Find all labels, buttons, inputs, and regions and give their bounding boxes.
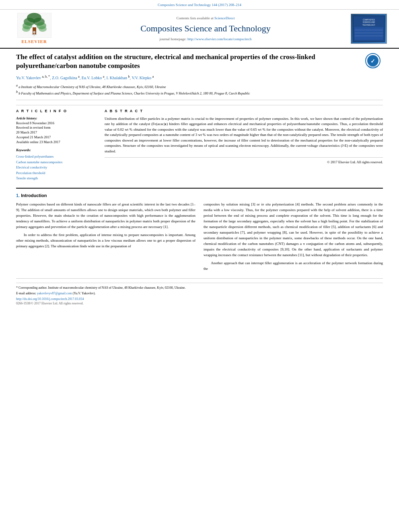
abstract-header: A B S T R A C T <box>105 109 383 114</box>
main-content: The effect of catalyst addition on the s… <box>0 49 399 314</box>
journal-header: ELSEVIER Contents lists available at Sci… <box>0 10 399 49</box>
doi-line: http://dx.doi.org/10.1016/j.compscitech.… <box>16 297 383 301</box>
journal-title: Composites Science and Technology <box>60 23 351 35</box>
intro-para-2: In order to address the first problem, a… <box>16 232 195 249</box>
received-date: Received 8 November 2016 <box>16 121 97 126</box>
content-available-text: Contents lists available at ScienceDirec… <box>60 16 351 21</box>
online-date: Available online 23 March 2017 <box>16 140 97 145</box>
journal-homepage-line: journal homepage: http://www.elsevier.co… <box>60 37 351 42</box>
affil-label-b: b <box>16 90 18 94</box>
revised-date: 20 March 2017 <box>16 130 97 135</box>
article-info-header: A R T I C L E I N F O <box>16 109 97 114</box>
accepted-date: Accepted 21 March 2017 <box>16 135 97 140</box>
svg-rect-17 <box>355 27 383 40</box>
affil-b-text: b Faculty of Mathematics and Physics, De… <box>19 91 250 95</box>
journal-title-section: Contents lists available at ScienceDirec… <box>60 16 351 41</box>
article-title-section: The effect of catalyst addition on the s… <box>16 53 383 100</box>
email-note: E-mail address: yakovlevyv87@gmail.com (… <box>16 291 383 296</box>
author-sup-a: a, b, * <box>42 75 50 78</box>
author-sup-b: b <box>128 75 130 78</box>
elsevier-logo: ELSEVIER <box>8 13 60 45</box>
elsevier-logo-section: ELSEVIER <box>8 13 60 45</box>
intro-para-3: composites by solution mixing [3] or in … <box>204 202 383 258</box>
cover-thumbnail: COMPOSITES SCIENCE AND TECHNOLOGY <box>351 14 387 44</box>
abstract-text: Uniform distribution of filler particles… <box>105 116 383 154</box>
abstract-column: A B S T R A C T Uniform distribution of … <box>105 109 383 184</box>
cover-svg: COMPOSITES SCIENCE AND TECHNOLOGY <box>353 14 385 43</box>
affil-label-a: a <box>16 84 18 87</box>
article-title: The effect of catalyst addition on the s… <box>16 53 359 70</box>
keyword-3[interactable]: Electrical conductivity <box>16 165 97 170</box>
email-link[interactable]: yakovlevyv87@gmail.com <box>37 292 72 295</box>
author-gagolkina[interactable]: Z.O. Gagolkina <box>52 76 77 80</box>
svg-text:SCIENCE AND: SCIENCE AND <box>363 21 375 23</box>
svg-point-8 <box>39 26 47 32</box>
keyword-1[interactable]: Cross-linked polyurethanes <box>16 154 97 160</box>
footnote-divider <box>16 278 383 279</box>
footnotes: * Corresponding author. Institute of mac… <box>16 283 383 306</box>
email-label: E-mail address: <box>16 292 36 295</box>
section-title-text: Introduction <box>21 193 47 198</box>
email-name: (Yu.V. Yakovlev). <box>73 292 96 295</box>
info-abstract-columns: A R T I C L E I N F O Article history: R… <box>16 105 383 184</box>
elsevier-tree-icon <box>17 13 51 38</box>
authors-line: Yu.V. Yakovlev a, b, *, Z.O. Gagolkina a… <box>16 74 359 81</box>
intro-para-1: Polymer composites based on different ki… <box>16 202 195 230</box>
author-sup-a2: a <box>78 75 80 78</box>
article-history: Article history: Received 8 November 201… <box>16 116 97 145</box>
intro-para-4: Another approach that can interrupt fill… <box>204 261 383 272</box>
journal-ref-text: Composites Science and Technology 144 (2… <box>158 3 241 7</box>
author-klepko[interactable]: V.V. Klepko <box>132 76 151 80</box>
introduction-section: 1. Introduction Polymer composites based… <box>16 193 383 274</box>
intro-col-right: composites by solution mixing [3] or in … <box>204 202 383 274</box>
copyright-text: © 2017 Elsevier Ltd. All rights reserved… <box>105 157 383 165</box>
svg-text:TECHNOLOGY: TECHNOLOGY <box>362 24 375 26</box>
article-info-column: A R T I C L E I N F O Article history: R… <box>16 109 97 184</box>
keywords-title: Keywords: <box>16 148 97 153</box>
section-number: 1. <box>16 193 20 198</box>
affil-a-text: a Institute of Macromolecular Chemistry … <box>19 84 166 88</box>
homepage-label: journal homepage: <box>160 37 187 41</box>
intro-body-columns: Polymer composites based on different ki… <box>16 202 383 274</box>
affiliation-a: a a Institute of Macromolecular Chemistr… <box>16 84 359 89</box>
doi-link[interactable]: http://dx.doi.org/10.1016/j.compscitech.… <box>16 297 84 301</box>
section-divider <box>16 188 383 189</box>
crossmark-section[interactable]: ✓ CrossMark <box>363 53 383 69</box>
corresponding-text: * Corresponding author. Institute of mac… <box>16 286 186 290</box>
sciencedirect-link[interactable]: ScienceDirect <box>214 16 234 20</box>
author-lobko[interactable]: Eu.V. Lobko <box>82 76 102 80</box>
history-label: Article history: <box>16 116 97 121</box>
keyword-2[interactable]: Carbon nanotube nanocomposites <box>16 160 97 165</box>
corresponding-note: * Corresponding author. Institute of mac… <box>16 286 383 290</box>
svg-text:✓: ✓ <box>370 58 375 64</box>
affiliation-b: b b Faculty of Mathematics and Physics, … <box>16 90 359 96</box>
intro-col-left: Polymer composites based on different ki… <box>16 202 195 274</box>
journal-reference: Composites Science and Technology 144 (2… <box>0 0 399 10</box>
svg-point-7 <box>22 26 30 32</box>
issn-line: 0266-3538/© 2017 Elsevier Ltd. All right… <box>16 301 383 306</box>
svg-point-9 <box>33 31 35 33</box>
keywords-group: Keywords: Cross-linked polyurethanes Car… <box>16 148 97 181</box>
elsevier-brand-text: ELSEVIER <box>21 39 47 45</box>
keyword-5[interactable]: Tensile strength <box>16 176 97 181</box>
introduction-title: 1. Introduction <box>16 193 383 199</box>
crossmark-icon: ✓ CrossMark <box>365 53 381 69</box>
content-available-label: Contents lists available at <box>177 16 214 20</box>
article-title-text: The effect of catalyst addition on the s… <box>16 53 359 97</box>
journal-url[interactable]: http://www.elsevier.com/locate/compscite… <box>187 37 251 41</box>
svg-text:CrossMark: CrossMark <box>368 65 378 68</box>
revised-label: Received in revised form <box>16 125 97 130</box>
keyword-4[interactable]: Percolation threshold <box>16 170 97 176</box>
svg-text:COMPOSITES: COMPOSITES <box>363 19 375 21</box>
author-yakovlev[interactable]: Yu.V. Yakovlev <box>16 76 41 80</box>
journal-cover-image: COMPOSITES SCIENCE AND TECHNOLOGY <box>351 14 391 44</box>
author-sup-a4: a <box>152 75 154 78</box>
author-sup-a3: a <box>103 75 105 78</box>
author-khalakhan[interactable]: I. Khalakhan <box>106 76 127 80</box>
